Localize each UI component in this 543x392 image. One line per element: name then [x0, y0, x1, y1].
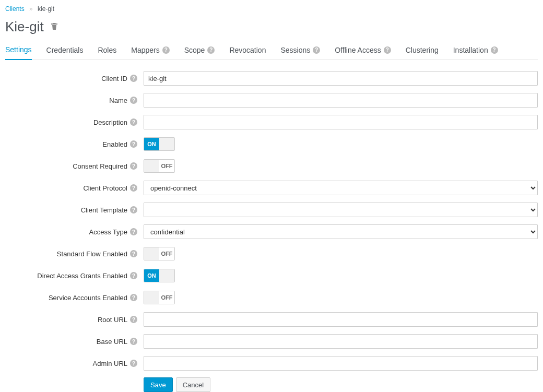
toggle-handle [159, 138, 174, 150]
help-icon[interactable]: ? [130, 316, 137, 323]
client-id-input[interactable] [144, 71, 538, 86]
toggle-off-label: OFF [159, 291, 174, 304]
help-icon[interactable]: ? [130, 272, 137, 279]
base-url-label: Base URL [97, 338, 127, 346]
client-id-label: Client ID [101, 75, 127, 82]
standard-flow-enabled-label: Standard Flow Enabled [57, 250, 127, 258]
tab-offline-access[interactable]: Offline Access? [335, 42, 391, 60]
root-url-input[interactable] [144, 312, 538, 327]
breadcrumb-separator: » [29, 5, 33, 13]
tab-mappers[interactable]: Mappers? [131, 42, 169, 60]
client-template-select[interactable] [144, 203, 538, 217]
help-icon[interactable]: ? [130, 338, 137, 345]
base-url-input[interactable] [144, 334, 538, 349]
help-icon[interactable]: ? [130, 250, 137, 257]
tab-label: Sessions [280, 46, 310, 54]
description-label: Description [93, 118, 127, 126]
toggle-handle [159, 269, 174, 282]
tab-label: Scope [184, 46, 205, 54]
tab-sessions[interactable]: Sessions? [280, 42, 320, 60]
access-type-label: Access Type [89, 228, 127, 236]
tab-label: Revocation [229, 46, 266, 54]
help-icon[interactable]: ? [130, 360, 137, 367]
toggle-handle [144, 291, 159, 304]
service-accounts-enabled-toggle[interactable]: OFF [144, 291, 175, 304]
direct-access-grants-enabled-label: Direct Access Grants Enabled [37, 272, 127, 280]
access-type-select[interactable]: confidential [144, 224, 538, 239]
root-url-label: Root URL [98, 316, 127, 324]
enabled-toggle[interactable]: ON [144, 137, 175, 151]
tab-roles[interactable]: Roles [98, 42, 116, 60]
delete-client-icon[interactable] [50, 22, 58, 32]
toggle-handle [144, 247, 159, 260]
tab-credentials[interactable]: Credentials [46, 42, 84, 60]
help-icon[interactable]: ? [491, 46, 498, 54]
toggle-off-label: OFF [159, 247, 174, 260]
help-icon[interactable]: ? [162, 46, 170, 54]
toggle-off-label: OFF [159, 160, 174, 172]
consent-required-toggle[interactable]: OFF [144, 159, 175, 173]
help-icon[interactable]: ? [130, 118, 137, 126]
tab-label: Offline Access [335, 46, 381, 54]
consent-required-label: Consent Required [73, 162, 127, 170]
help-icon[interactable]: ? [207, 46, 215, 54]
tab-revocation[interactable]: Revocation [229, 42, 266, 60]
client-protocol-label: Client Protocol [83, 184, 127, 192]
help-icon[interactable]: ? [130, 97, 137, 104]
tab-label: Credentials [46, 46, 84, 54]
help-icon[interactable]: ? [130, 228, 137, 235]
breadcrumb-current: kie-git [38, 5, 54, 13]
help-icon[interactable]: ? [130, 184, 137, 192]
tab-label: Clustering [406, 46, 439, 54]
breadcrumb-parent-link[interactable]: Clients [5, 5, 25, 13]
admin-url-input[interactable] [144, 356, 538, 371]
save-button[interactable]: Save [144, 377, 173, 392]
help-icon[interactable]: ? [130, 162, 137, 170]
help-icon[interactable]: ? [130, 140, 137, 148]
name-input[interactable] [144, 93, 538, 108]
toggle-handle [144, 160, 159, 172]
help-icon[interactable]: ? [313, 46, 320, 54]
tab-clustering[interactable]: Clustering [406, 42, 439, 60]
toggle-on-label: ON [144, 269, 159, 282]
tab-scope[interactable]: Scope? [184, 42, 215, 60]
tab-label: Mappers [131, 46, 159, 54]
client-protocol-select[interactable]: openid-connect [144, 181, 538, 195]
standard-flow-enabled-toggle[interactable]: OFF [144, 247, 175, 260]
help-icon[interactable]: ? [130, 206, 137, 213]
tab-label: Installation [453, 46, 488, 54]
cancel-button[interactable]: Cancel [176, 377, 210, 392]
toggle-on-label: ON [144, 138, 159, 150]
tab-installation[interactable]: Installation? [453, 42, 498, 60]
client-settings-form: Client ID ? Name ? Description ? Enabled… [5, 70, 538, 392]
tab-settings[interactable]: Settings [5, 42, 32, 60]
help-icon[interactable]: ? [130, 75, 137, 82]
breadcrumb: Clients » kie-git [5, 5, 538, 13]
description-input[interactable] [144, 115, 538, 129]
tab-label: Roles [98, 46, 116, 54]
enabled-label: Enabled [102, 140, 127, 148]
page-title: Kie-git [5, 19, 44, 35]
admin-url-label: Admin URL [93, 360, 127, 367]
tab-label: Settings [5, 45, 32, 54]
service-accounts-enabled-label: Service Accounts Enabled [49, 294, 127, 302]
direct-access-grants-enabled-toggle[interactable]: ON [144, 269, 175, 282]
client-template-label: Client Template [81, 206, 127, 214]
help-icon[interactable]: ? [130, 294, 137, 301]
help-icon[interactable]: ? [384, 46, 391, 54]
name-label: Name [109, 97, 127, 104]
tabs: SettingsCredentialsRolesMappers?Scope?Re… [5, 42, 538, 60]
